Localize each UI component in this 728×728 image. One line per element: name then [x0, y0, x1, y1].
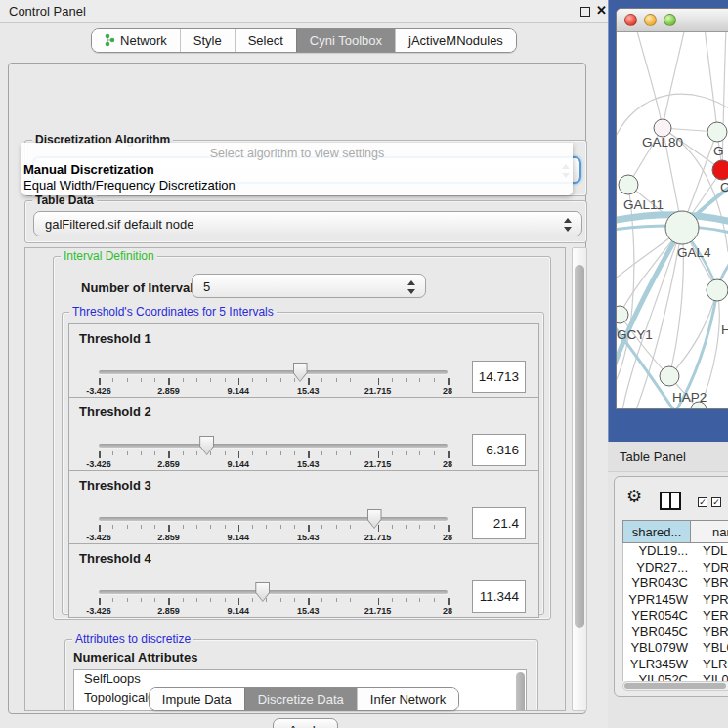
threshold-value-field[interactable]: 14.713 — [472, 361, 526, 393]
tab-jactivemnodules[interactable]: jActiveMNodules — [395, 29, 516, 52]
network-edge — [705, 32, 717, 132]
algorithm-placeholder: Select algorithm to view settings — [21, 147, 573, 160]
option-equal-width-frequency[interactable]: Equal Width/Frequency Discretization — [23, 178, 236, 193]
control-panel-titlebar: Control Panel ✕ — [0, 0, 608, 23]
combo-arrows-icon — [564, 217, 572, 233]
checkbox-checked-icon[interactable]: ✓ — [698, 497, 707, 507]
slider-track[interactable] — [99, 370, 448, 374]
table-body: YDL19...YDL19YDR27...YDR27YBR043CYBR04YP… — [622, 543, 728, 681]
attributes-group-label: Attributes to discretize — [72, 632, 193, 646]
cell-name: YBR04 — [691, 576, 728, 592]
option-manual-discretization[interactable]: Manual Discretization — [23, 162, 154, 177]
tab-select[interactable]: Select — [235, 29, 296, 52]
tab-impute-data[interactable]: Impute Data — [150, 688, 244, 710]
tab-label: Cyni Toolbox — [310, 33, 382, 48]
node-label: G — [713, 144, 724, 158]
cell-name: YIL05 — [691, 672, 728, 681]
tab-label: Select — [248, 33, 283, 48]
threshold-value-field[interactable]: 21.4 — [472, 507, 526, 539]
gear-icon[interactable]: ⚙ — [626, 486, 642, 507]
table-row[interactable]: YPR145WYPR14 — [623, 592, 728, 609]
threshold-label: Threshold 1 — [79, 331, 151, 346]
split-columns-icon[interactable] — [660, 492, 681, 510]
node-label: GAL11 — [623, 197, 664, 212]
network-edge — [663, 32, 685, 128]
close-icon[interactable]: ✕ — [596, 3, 607, 18]
attribute-item[interactable]: SelfLoops — [74, 670, 526, 689]
threshold-value-field[interactable]: 11.344 — [472, 580, 526, 613]
top-tab-bar: NetworkStyleSelectCyni ToolboxjActiveMNo… — [0, 28, 608, 53]
threshold-label: Threshold 4 — [79, 551, 151, 566]
cell-shared-name: YLR345W — [623, 657, 691, 673]
close-traffic-light-icon[interactable] — [624, 14, 637, 26]
float-window-icon[interactable] — [580, 7, 590, 17]
node-label: GCY1 — [617, 327, 653, 342]
tab-infer-network[interactable]: Infer Network — [357, 688, 458, 710]
table-row[interactable]: YBL079WYBL07 — [623, 640, 728, 657]
main-scrollbar-thumb[interactable] — [575, 265, 584, 628]
node-C[interactable] — [712, 160, 728, 180]
table-hscroll-thumb[interactable] — [624, 683, 726, 689]
interval-definition-group: Interval Definition Number of Intervals … — [53, 256, 551, 620]
settings-scroll-viewport: Interval Definition Number of Intervals … — [24, 247, 566, 711]
slider-track[interactable] — [99, 590, 448, 594]
slider-track[interactable] — [99, 517, 448, 521]
threshold-label: Threshold 3 — [79, 478, 151, 492]
node-GAL11[interactable] — [619, 175, 638, 194]
bottom-tab-bar: Impute DataDiscretize DataInfer Network — [0, 687, 608, 711]
checkbox-checked-icon[interactable]: ✓ — [711, 497, 721, 507]
node-GCY1[interactable] — [617, 306, 628, 323]
node-label: GAL80 — [642, 135, 683, 150]
threshold-rows: Threshold 1-3.4262.8599.14415.4321.71528… — [68, 324, 539, 618]
tab-discretize-data[interactable]: Discretize Data — [244, 688, 357, 710]
table-row[interactable]: YDR27...YDR27 — [623, 560, 728, 577]
slider-track[interactable] — [99, 444, 448, 448]
table-data-combobox[interactable]: galFiltered.sif default node — [33, 211, 582, 236]
slider-tick-labels: -3.4262.8599.14415.4321.71528 — [99, 533, 448, 543]
network-canvas[interactable]: GAL80GCGAL11GAL4GCY1HHAP2 — [617, 32, 728, 409]
number-of-intervals-combobox[interactable]: 5 — [192, 274, 426, 298]
minimize-traffic-light-icon[interactable] — [644, 14, 657, 26]
zoom-traffic-light-icon[interactable] — [664, 14, 676, 26]
column-header-name[interactable]: name — [691, 521, 728, 542]
tab-label: Network — [120, 33, 167, 48]
table-row[interactable]: YDL19...YDL19 — [623, 543, 728, 560]
slider-ticks — [99, 378, 448, 386]
network-graph: GAL80GCGAL11GAL4GCY1HHAP2 — [617, 32, 728, 409]
table-panel-titlebar: Table Panel — [608, 442, 728, 472]
table-data-group: Table Data galFiltered.sif default node — [24, 200, 587, 243]
table-row[interactable]: YIL052CYIL05 — [623, 672, 728, 681]
cell-shared-name: YBR043C — [623, 576, 691, 592]
tab-strip: NetworkStyleSelectCyni ToolboxjActiveMNo… — [91, 28, 517, 53]
cell-name: YBR04 — [691, 624, 728, 641]
node-HAP2[interactable] — [660, 366, 679, 386]
table-row[interactable]: YER054CYER05 — [623, 608, 728, 624]
cell-shared-name: YPR145W — [623, 592, 691, 609]
tab-cyni-toolbox[interactable]: Cyni Toolbox — [296, 29, 395, 52]
threshold-row: Threshold 3-3.4262.8599.14415.4321.71528… — [68, 470, 539, 544]
table-row[interactable]: YBR045CYBR04 — [623, 624, 728, 641]
thresholds-group: Threshold's Coordinates for 5 Intervals … — [62, 312, 544, 615]
cell-shared-name: YBR045C — [623, 624, 691, 641]
network-edge — [669, 290, 717, 376]
threshold-row: Threshold 1-3.4262.8599.14415.4321.71528… — [68, 323, 539, 398]
network-window-titlebar[interactable] — [617, 9, 728, 32]
apply-button[interactable]: Apply — [273, 718, 338, 728]
threshold-value-field[interactable]: 6.316 — [472, 434, 526, 466]
node-H[interactable] — [707, 279, 728, 301]
tab-network[interactable]: Network — [92, 29, 180, 52]
column-header-shared[interactable]: shared... — [623, 521, 691, 542]
cell-shared-name: YER054C — [623, 608, 691, 624]
table-horizontal-scrollbar[interactable] — [622, 681, 728, 691]
tab-label: Discretize Data — [258, 692, 344, 707]
cell-name: YER05 — [691, 608, 728, 624]
cell-shared-name: YBL079W — [623, 640, 691, 657]
main-scrollbar[interactable] — [572, 247, 587, 711]
node-G[interactable] — [707, 122, 727, 142]
tab-strip: Impute DataDiscretize DataInfer Network — [149, 687, 459, 711]
tab-style[interactable]: Style — [180, 29, 235, 52]
table-row[interactable]: YBR043CYBR04 — [623, 576, 728, 592]
node-GAL4[interactable] — [665, 211, 699, 244]
table-row[interactable]: YLR345WYLR34 — [623, 657, 728, 673]
thresholds-group-label: Threshold's Coordinates for 5 Intervals — [69, 305, 277, 319]
